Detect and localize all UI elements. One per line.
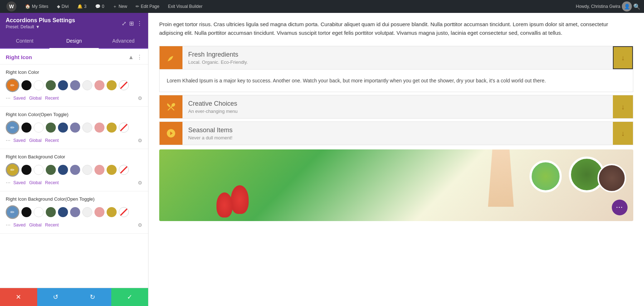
color-blue-4[interactable] bbox=[58, 207, 68, 217]
tab-advanced[interactable]: Advanced bbox=[99, 34, 148, 49]
tab-design[interactable]: Design bbox=[49, 34, 99, 49]
expand-icon[interactable]: ⤢ bbox=[122, 20, 126, 27]
accordion-header-1[interactable]: Fresh Ingredients Local. Organic. Eco-Fr… bbox=[160, 46, 633, 69]
color-none-3[interactable] bbox=[119, 165, 129, 175]
global-tab-1[interactable]: Global bbox=[29, 96, 42, 101]
color-lavender-2[interactable] bbox=[70, 123, 80, 133]
comments-item[interactable]: 💬 0 bbox=[92, 0, 107, 13]
accordion-header-3[interactable]: Seasonal Items Never a dull moment! ↓ bbox=[160, 122, 633, 145]
panel-header-left: Accordions Plus Settings Preset: Default… bbox=[6, 17, 75, 29]
color-lightgray-1[interactable] bbox=[82, 80, 92, 90]
recent-tab-2[interactable]: Recent bbox=[45, 138, 59, 143]
floating-dots-button[interactable]: ··· bbox=[612, 200, 628, 215]
saved-tab-1[interactable]: Saved bbox=[13, 96, 25, 101]
right-icon-bg-color-open-main-swatch[interactable]: ✏ bbox=[6, 205, 19, 219]
color-green-2[interactable] bbox=[46, 123, 56, 133]
color-lavender-4[interactable] bbox=[70, 207, 80, 217]
color-blue-3[interactable] bbox=[58, 165, 68, 175]
saved-tab-3[interactable]: Saved bbox=[13, 180, 25, 185]
my-sites-item[interactable]: 🏠 My Sites bbox=[22, 0, 51, 13]
color-pink-3[interactable] bbox=[94, 165, 104, 175]
right-icon-color-open-label: Right Icon Color(Open Toggle) bbox=[6, 112, 142, 117]
color-none-2[interactable] bbox=[119, 123, 129, 133]
admin-bar-right: Howdy, Christina Gwira 👤 🔍 bbox=[576, 1, 640, 11]
tab-content[interactable]: Content bbox=[0, 34, 49, 49]
color-pink-4[interactable] bbox=[94, 207, 104, 217]
global-tab-2[interactable]: Global bbox=[29, 138, 42, 143]
wp-logo[interactable]: W bbox=[4, 0, 19, 13]
color-black-1[interactable] bbox=[21, 80, 31, 90]
exit-builder-item[interactable]: Exit Visual Builder bbox=[165, 0, 205, 13]
section-menu-icon[interactable]: ⋮ bbox=[137, 54, 142, 61]
color-pink-2[interactable] bbox=[94, 123, 104, 133]
color-blue-2[interactable] bbox=[58, 123, 68, 133]
more-dots-icon-2[interactable]: ··· bbox=[6, 137, 10, 144]
edit-icon: ✏ bbox=[10, 167, 15, 173]
accordion-toggle-2[interactable]: ↓ bbox=[613, 95, 633, 118]
color-gold-1[interactable] bbox=[107, 80, 117, 90]
color-white-1[interactable] bbox=[34, 80, 44, 90]
color-black-3[interactable] bbox=[21, 165, 31, 175]
settings-icon-4[interactable]: ⚙ bbox=[138, 222, 142, 228]
color-lightgray-4[interactable] bbox=[82, 207, 92, 217]
new-item[interactable]: ＋ New bbox=[110, 0, 130, 13]
home-icon: 🏠 bbox=[25, 4, 30, 9]
right-icon-bg-color-main-swatch[interactable]: ✏ bbox=[6, 163, 19, 177]
saved-tab-4[interactable]: Saved bbox=[13, 223, 25, 228]
color-blue-1[interactable] bbox=[58, 80, 68, 90]
right-icon-bg-color-setting: Right Icon Background Color ✏ bbox=[0, 149, 148, 191]
color-green-1[interactable] bbox=[46, 80, 56, 90]
right-icon-color-main-swatch[interactable]: ✏ bbox=[6, 78, 19, 92]
more-dots-icon-4[interactable]: ··· bbox=[6, 222, 10, 228]
color-lightgray-3[interactable] bbox=[82, 165, 92, 175]
food-image-section: ··· bbox=[159, 149, 633, 221]
cancel-button[interactable]: ✕ bbox=[0, 288, 37, 306]
settings-icon-3[interactable]: ⚙ bbox=[138, 180, 142, 186]
more-icon[interactable]: ⋮ bbox=[137, 20, 142, 27]
color-white-4[interactable] bbox=[34, 207, 44, 217]
preset-selector[interactable]: Preset: Default ▼ bbox=[6, 24, 75, 29]
admin-bar: W 🏠 My Sites ◆ Divi 🔔 3 💬 0 ＋ New ✏ Edit… bbox=[0, 0, 644, 13]
accordion-toggle-1[interactable]: ↓ bbox=[613, 46, 633, 69]
color-green-3[interactable] bbox=[46, 165, 56, 175]
color-gold-2[interactable] bbox=[107, 123, 117, 133]
settings-icon-2[interactable]: ⚙ bbox=[138, 138, 142, 143]
color-white-2[interactable] bbox=[34, 123, 44, 133]
saved-tab-2[interactable]: Saved bbox=[13, 138, 25, 143]
save-button[interactable]: ✓ bbox=[111, 288, 148, 306]
accordion-toggle-3[interactable]: ↓ bbox=[613, 122, 633, 145]
recent-tab-4[interactable]: Recent bbox=[45, 223, 59, 228]
collapse-icon[interactable]: ▲ bbox=[128, 54, 134, 61]
color-lavender-3[interactable] bbox=[70, 165, 80, 175]
color-none-4[interactable] bbox=[119, 207, 129, 217]
color-pink-1[interactable] bbox=[94, 80, 104, 90]
recent-tab-1[interactable]: Recent bbox=[45, 96, 59, 101]
color-gold-3[interactable] bbox=[107, 165, 117, 175]
color-lightgray-2[interactable] bbox=[82, 123, 92, 133]
color-white-3[interactable] bbox=[34, 165, 44, 175]
global-tab-3[interactable]: Global bbox=[29, 180, 42, 185]
global-tab-4[interactable]: Global bbox=[29, 223, 42, 228]
recent-tab-3[interactable]: Recent bbox=[45, 180, 59, 185]
divi-item[interactable]: ◆ Divi bbox=[54, 0, 72, 13]
right-icon-color-open-main-swatch[interactable]: ✏ bbox=[6, 121, 19, 134]
undo-button[interactable]: ↺ bbox=[37, 288, 74, 306]
edit-page-item[interactable]: ✏ Edit Page bbox=[133, 0, 162, 13]
accordion-subtitle-2: An ever-changing menu bbox=[188, 109, 607, 114]
notifications-item[interactable]: 🔔 3 bbox=[74, 0, 89, 13]
dots-icon: ··· bbox=[616, 204, 623, 211]
search-icon[interactable]: 🔍 bbox=[633, 3, 640, 10]
grid-icon[interactable]: ⊞ bbox=[129, 20, 134, 27]
color-green-4[interactable] bbox=[46, 207, 56, 217]
accordion-header-2[interactable]: Creative Choices An ever-changing menu ↓ bbox=[160, 95, 633, 118]
more-dots-icon-3[interactable]: ··· bbox=[6, 180, 10, 186]
more-dots-icon-1[interactable]: ··· bbox=[6, 95, 10, 101]
color-black-2[interactable] bbox=[21, 123, 31, 133]
settings-icon-1[interactable]: ⚙ bbox=[138, 95, 142, 101]
color-none-1[interactable] bbox=[119, 80, 129, 90]
redo-button[interactable]: ↻ bbox=[74, 288, 111, 306]
color-lavender-1[interactable] bbox=[70, 80, 80, 90]
color-gold-4[interactable] bbox=[107, 207, 117, 217]
color-black-4[interactable] bbox=[21, 207, 31, 217]
user-avatar[interactable]: 👤 bbox=[622, 1, 632, 11]
